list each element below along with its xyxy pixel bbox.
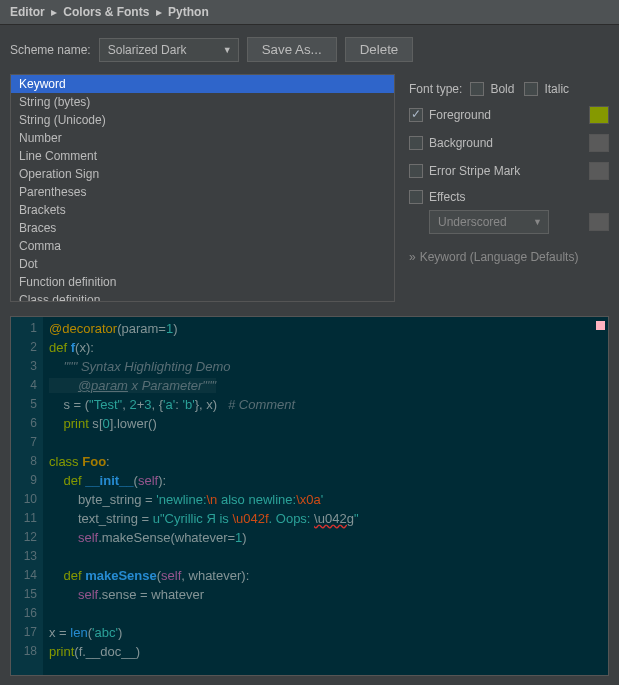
- background-label: Background: [429, 136, 493, 150]
- line-number: 15: [11, 585, 43, 604]
- background-checkbox[interactable]: [409, 136, 423, 150]
- token-item[interactable]: Keyword: [11, 75, 394, 93]
- chevron-down-icon: ▼: [223, 45, 232, 55]
- token-item[interactable]: Comma: [11, 237, 394, 255]
- token-item[interactable]: Number: [11, 129, 394, 147]
- error-stripe-color-swatch[interactable]: [589, 162, 609, 180]
- foreground-label: Foreground: [429, 108, 491, 122]
- token-item[interactable]: Class definition: [11, 291, 394, 302]
- line-number: 5: [11, 395, 43, 414]
- breadcrumb-colors-fonts[interactable]: Colors & Fonts: [63, 5, 149, 19]
- line-number: 4: [11, 376, 43, 395]
- preview-editor[interactable]: 123456789101112131415161718 @decorator(p…: [10, 316, 609, 676]
- scheme-select[interactable]: Solarized Dark ▼: [99, 38, 239, 62]
- breadcrumb-python[interactable]: Python: [168, 5, 209, 19]
- line-number: 17: [11, 623, 43, 642]
- token-item[interactable]: String (Unicode): [11, 111, 394, 129]
- token-item[interactable]: Parentheses: [11, 183, 394, 201]
- scheme-row: Scheme name: Solarized Dark ▼ Save As...…: [0, 25, 619, 74]
- bold-checkbox[interactable]: [470, 82, 484, 96]
- gutter: 123456789101112131415161718: [11, 317, 43, 675]
- scheme-label: Scheme name:: [10, 43, 91, 57]
- token-item[interactable]: Function definition: [11, 273, 394, 291]
- effects-select[interactable]: Underscored ▼: [429, 210, 549, 234]
- inherit-link[interactable]: »Keyword (Language Defaults): [409, 250, 609, 264]
- breadcrumb-editor[interactable]: Editor: [10, 5, 45, 19]
- error-stripe-marker[interactable]: [596, 321, 605, 330]
- token-item[interactable]: String (bytes): [11, 93, 394, 111]
- bold-label: Bold: [490, 82, 514, 96]
- foreground-checkbox[interactable]: [409, 108, 423, 122]
- scheme-value: Solarized Dark: [108, 43, 187, 57]
- style-options: Font type: Bold Italic Foreground Backgr…: [409, 74, 609, 302]
- line-number: 2: [11, 338, 43, 357]
- line-number: 11: [11, 509, 43, 528]
- line-number: 6: [11, 414, 43, 433]
- line-number: 14: [11, 566, 43, 585]
- token-item[interactable]: Operation Sign: [11, 165, 394, 183]
- line-number: 1: [11, 319, 43, 338]
- foreground-color-swatch[interactable]: [589, 106, 609, 124]
- line-number: 10: [11, 490, 43, 509]
- line-number: 3: [11, 357, 43, 376]
- line-number: 13: [11, 547, 43, 566]
- token-item[interactable]: Brackets: [11, 201, 394, 219]
- token-item[interactable]: Line Comment: [11, 147, 394, 165]
- chevron-right-icon: »: [409, 250, 416, 264]
- delete-button[interactable]: Delete: [345, 37, 414, 62]
- code-content: @decorator(param=1) def f(x): """ Syntax…: [43, 317, 608, 663]
- italic-label: Italic: [544, 82, 569, 96]
- token-item[interactable]: Dot: [11, 255, 394, 273]
- line-number: 12: [11, 528, 43, 547]
- token-list[interactable]: KeywordString (bytes)String (Unicode)Num…: [10, 74, 395, 302]
- line-number: 7: [11, 433, 43, 452]
- error-stripe-label: Error Stripe Mark: [429, 164, 520, 178]
- effects-color-swatch[interactable]: [589, 213, 609, 231]
- italic-checkbox[interactable]: [524, 82, 538, 96]
- token-item[interactable]: Braces: [11, 219, 394, 237]
- chevron-right-icon: ▸: [51, 5, 57, 19]
- breadcrumb: Editor ▸ Colors & Fonts ▸ Python: [0, 0, 619, 25]
- line-number: 8: [11, 452, 43, 471]
- effects-label: Effects: [429, 190, 465, 204]
- line-number: 18: [11, 642, 43, 661]
- chevron-down-icon: ▼: [533, 217, 542, 227]
- chevron-right-icon: ▸: [156, 5, 162, 19]
- line-number: 9: [11, 471, 43, 490]
- error-stripe-checkbox[interactable]: [409, 164, 423, 178]
- line-number: 16: [11, 604, 43, 623]
- save-as-button[interactable]: Save As...: [247, 37, 337, 62]
- font-type-label: Font type:: [409, 82, 462, 96]
- background-color-swatch[interactable]: [589, 134, 609, 152]
- effects-value: Underscored: [438, 215, 507, 229]
- effects-checkbox[interactable]: [409, 190, 423, 204]
